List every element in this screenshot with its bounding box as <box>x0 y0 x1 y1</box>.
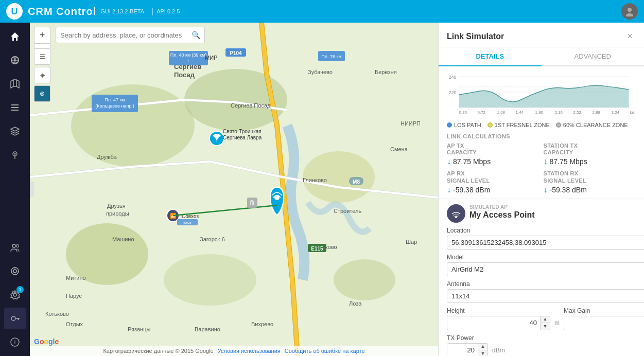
link-calc-grid: AP TXCAPACITY ↓ 87.75 Mbps STATION TXCAP… <box>447 143 636 194</box>
ap-device-icon <box>447 204 465 223</box>
svg-point-35 <box>164 254 256 306</box>
ap-device-name: My Access Point <box>469 210 535 220</box>
svg-point-15 <box>14 153 16 155</box>
svg-text:Шар: Шар <box>406 239 417 245</box>
map-copyright: Картографические данные © 2015 Google <box>103 348 213 354</box>
svg-text:Пл. 40 км (39 км): Пл. 40 км (39 км) <box>170 52 207 58</box>
svg-text:Загорск-6: Загорск-6 <box>200 236 225 242</box>
map-report-link[interactable]: Сообщить об ошибке на карте <box>285 348 365 354</box>
zoom-in-button[interactable]: + <box>34 27 50 43</box>
svg-text:Варавино: Варавино <box>195 326 220 332</box>
ap-txpower-down[interactable]: ▼ <box>478 350 488 356</box>
ap-height-down[interactable]: ▼ <box>541 323 550 330</box>
ap-txpower-group: TX Power ▲ ▼ dBm <box>447 334 644 356</box>
calc-ap-tx-capacity-value: ↓ 87.75 Mbps <box>447 157 539 166</box>
svg-text:P104: P104 <box>230 50 242 56</box>
ap-gain-stepper: ▲ ▼ <box>564 316 644 330</box>
svg-text:кхоз: кхоз <box>183 220 192 225</box>
svg-rect-12 <box>11 110 19 111</box>
app-version: GUI 2.13.2-BETA <box>100 8 144 14</box>
svg-text:1.80: 1.80 <box>535 110 544 115</box>
map-footer: Картографические данные © 2015 Google Ус… <box>30 346 438 356</box>
calc-station-tx-capacity-value: ↓ 87.75 Mbps <box>544 157 636 166</box>
app-api: API 0.2.5 <box>156 8 180 14</box>
sidebar-item-home[interactable] <box>4 26 26 47</box>
map-layer-button[interactable]: ☰ <box>34 48 50 65</box>
search-input[interactable] <box>60 31 192 39</box>
ap-device-info: SIMULATED AP My Access Point <box>469 204 535 220</box>
panel-resize-handle[interactable] <box>30 182 34 197</box>
sidebar-item-info[interactable]: i <box>4 331 26 353</box>
svg-point-17 <box>16 245 19 247</box>
left-sidebar: 1 i <box>0 23 30 356</box>
ap-antenna-group: Antenna <box>447 280 644 303</box>
svg-text:Строитель: Строитель <box>334 208 361 214</box>
svg-text:Сергиева Лавра: Сергиева Лавра <box>223 135 262 140</box>
calc-station-rx-signal: STATION RXSIGNAL LEVEL ↓ -59.38 dBm <box>544 170 636 194</box>
svg-text:2.88: 2.88 <box>593 110 601 115</box>
sidebar-item-layers[interactable] <box>4 120 26 142</box>
map-area[interactable]: Сергиев Посад Сергиев Посад Дружба Друзь… <box>30 23 438 356</box>
svg-text:3.24: 3.24 <box>612 110 620 115</box>
panel-tabs: DETAILS ADVANCED <box>439 47 644 66</box>
map-poi-button[interactable]: ⊛ <box>34 85 50 102</box>
ap-height-up[interactable]: ▲ <box>541 316 550 323</box>
svg-point-77 <box>216 134 218 136</box>
svg-text:↑: ↑ <box>187 58 190 63</box>
simulated-devices: SIMULATED AP My Access Point Location Mo… <box>439 199 644 356</box>
svg-text:Парус: Парус <box>66 293 82 299</box>
ap-height-input[interactable] <box>447 316 540 329</box>
svg-marker-13 <box>11 127 19 131</box>
calc-ap-rx-signal-label: AP RXSIGNAL LEVEL <box>447 170 539 184</box>
ap-model-input[interactable] <box>447 262 644 276</box>
sidebar-item-users[interactable] <box>4 237 26 258</box>
ap-location-group: Location <box>447 227 644 250</box>
map-terms-link[interactable]: Условия использования <box>218 348 281 354</box>
sidebar-item-key[interactable] <box>4 308 26 329</box>
legend-clearance-label: 60% CLEARANCE ZONE <box>563 122 628 128</box>
svg-marker-7 <box>11 80 19 88</box>
ap-txpower-label: TX Power <box>447 334 644 342</box>
svg-text:i: i <box>14 339 15 345</box>
svg-text:Пл. 47 км: Пл. 47 км <box>105 97 125 102</box>
sidebar-item-map[interactable] <box>4 73 26 95</box>
calc-station-rx-signal-value: ↓ -59.38 dBm <box>544 185 636 194</box>
user-avatar[interactable] <box>621 3 638 20</box>
svg-text:Друзья: Друзья <box>107 203 126 209</box>
svg-text:Пл. 76 км: Пл. 76 км <box>321 54 341 59</box>
svg-text:km: km <box>630 110 636 115</box>
ap-txpower-up[interactable]: ▲ <box>478 344 488 350</box>
sim-ap-header: SIMULATED AP My Access Point <box>447 204 644 223</box>
ap-location-input[interactable] <box>447 236 644 250</box>
calc-ap-tx-capacity: AP TXCAPACITY ↓ 87.75 Mbps <box>447 143 539 166</box>
svg-text:Сергиев Посад: Сергиев Посад <box>231 102 271 109</box>
svg-text:Посад: Посад <box>174 71 195 79</box>
sidebar-item-poi[interactable] <box>4 144 26 166</box>
sidebar-item-list[interactable] <box>4 97 26 118</box>
map-stack-button[interactable]: ◈ <box>34 67 50 83</box>
calc-station-rx-signal-label: STATION RXSIGNAL LEVEL <box>544 170 636 184</box>
ap-txpower-input[interactable] <box>447 344 478 356</box>
svg-text:Котьково: Котьково <box>45 311 69 317</box>
sidebar-item-settings[interactable]: 1 <box>4 284 26 306</box>
ap-height-stepper-btns: ▲ ▼ <box>540 316 550 330</box>
ap-antenna-input[interactable] <box>447 289 644 303</box>
tab-details[interactable]: DETAILS <box>439 47 542 66</box>
svg-text:M8: M8 <box>353 179 360 185</box>
chart-area: 240 220 0.36 0 <box>439 66 644 120</box>
los-dot <box>447 122 452 128</box>
tab-advanced[interactable]: ADVANCED <box>542 47 645 66</box>
ap-txpower-stepper: ▲ ▼ <box>447 343 488 356</box>
svg-text:(Кольцевое напр.): (Кольцевое напр.) <box>95 103 134 109</box>
panel-close-button[interactable]: × <box>624 30 636 43</box>
sidebar-item-target[interactable] <box>4 260 26 282</box>
ap-gain-input[interactable] <box>564 316 644 329</box>
legend-los: LOS PATH <box>447 122 481 128</box>
ap-height-gain-row: Height ▲ ▼ m <box>447 307 644 330</box>
svg-point-24 <box>13 293 16 296</box>
sidebar-item-network[interactable] <box>4 49 26 71</box>
ap-gain-group: Max Gain ▲ ▼ dBi <box>564 307 644 330</box>
ap-gain-label: Max Gain <box>564 307 644 314</box>
svg-text:0.72: 0.72 <box>478 110 486 115</box>
clearance-dot <box>556 122 561 128</box>
